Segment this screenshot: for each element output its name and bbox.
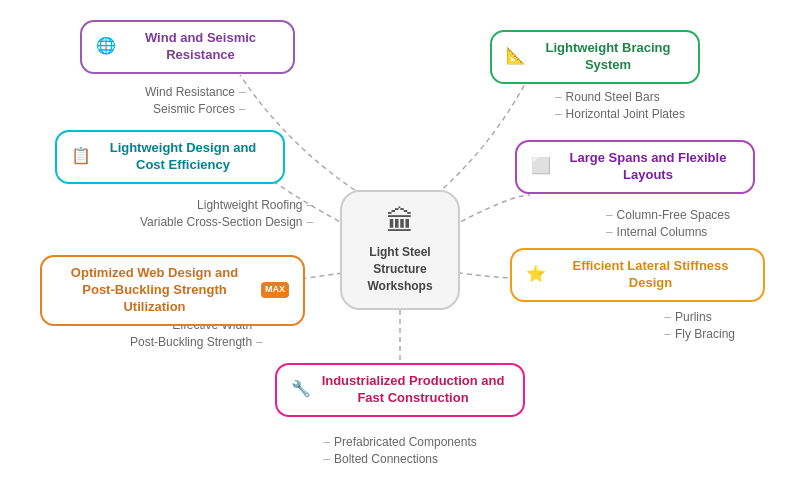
node-design: 📋 Lightweight Design and Cost Efficiency bbox=[55, 130, 285, 184]
design-sub-2: Variable Cross-Section Design bbox=[140, 215, 313, 229]
bracing-label: Lightweight Bracing System bbox=[532, 40, 684, 74]
industrial-label: Industrialized Production and Fast Const… bbox=[317, 373, 509, 407]
spans-subitems: Column-Free Spaces Internal Columns bbox=[606, 208, 730, 242]
bracing-sub-2: Horizontal Joint Plates bbox=[555, 107, 685, 121]
lateral-subitems: Purlins Fly Bracing bbox=[664, 310, 735, 344]
spans-sub-1: Column-Free Spaces bbox=[606, 208, 730, 222]
industrial-subitems: Prefabricated Components Bolted Connecti… bbox=[323, 435, 476, 469]
spans-icon: ⬜ bbox=[531, 156, 551, 177]
lateral-sub-2: Fly Bracing bbox=[664, 327, 735, 341]
web-sub-2: Post-Buckling Strength bbox=[130, 335, 263, 349]
diagram-container: 🏛 Light Steel Structure Workshops 🌐 Wind… bbox=[0, 0, 800, 500]
max-badge: MAX bbox=[261, 282, 289, 298]
center-label: Light Steel Structure Workshops bbox=[342, 244, 458, 294]
industrial-sub-2: Bolted Connections bbox=[323, 452, 476, 466]
industrial-icon: 🔧 bbox=[291, 379, 311, 400]
wind-label: Wind and Seismic Resistance bbox=[122, 30, 279, 64]
node-web: Optimized Web Design and Post-Buckling S… bbox=[40, 255, 305, 326]
wind-subitems: Wind Resistance Seismic Forces bbox=[145, 85, 246, 119]
lateral-sub-1: Purlins bbox=[664, 310, 735, 324]
center-icon: 🏛 bbox=[386, 205, 414, 238]
web-label: Optimized Web Design and Post-Buckling S… bbox=[56, 265, 253, 316]
wind-icon: 🌐 bbox=[96, 36, 116, 57]
industrial-sub-1: Prefabricated Components bbox=[323, 435, 476, 449]
node-bracing: 📐 Lightweight Bracing System bbox=[490, 30, 700, 84]
wind-sub-2: Seismic Forces bbox=[145, 102, 246, 116]
wind-sub-1: Wind Resistance bbox=[145, 85, 246, 99]
lateral-icon: ⭐ bbox=[526, 264, 546, 285]
node-lateral: ⭐ Efficient Lateral Stiffness Design bbox=[510, 248, 765, 302]
design-subitems: Lightweight Roofing Variable Cross-Secti… bbox=[140, 198, 313, 232]
spans-sub-2: Internal Columns bbox=[606, 225, 730, 239]
design-label: Lightweight Design and Cost Efficiency bbox=[97, 140, 269, 174]
design-sub-1: Lightweight Roofing bbox=[140, 198, 313, 212]
center-node: 🏛 Light Steel Structure Workshops bbox=[340, 190, 460, 310]
spans-label: Large Spans and Flexible Layouts bbox=[557, 150, 739, 184]
design-icon: 📋 bbox=[71, 146, 91, 167]
node-industrial: 🔧 Industrialized Production and Fast Con… bbox=[275, 363, 525, 417]
node-spans: ⬜ Large Spans and Flexible Layouts bbox=[515, 140, 755, 194]
bracing-subitems: Round Steel Bars Horizontal Joint Plates bbox=[555, 90, 685, 124]
bracing-sub-1: Round Steel Bars bbox=[555, 90, 685, 104]
bracing-icon: 📐 bbox=[506, 46, 526, 67]
node-wind: 🌐 Wind and Seismic Resistance bbox=[80, 20, 295, 74]
lateral-label: Efficient Lateral Stiffness Design bbox=[552, 258, 749, 292]
